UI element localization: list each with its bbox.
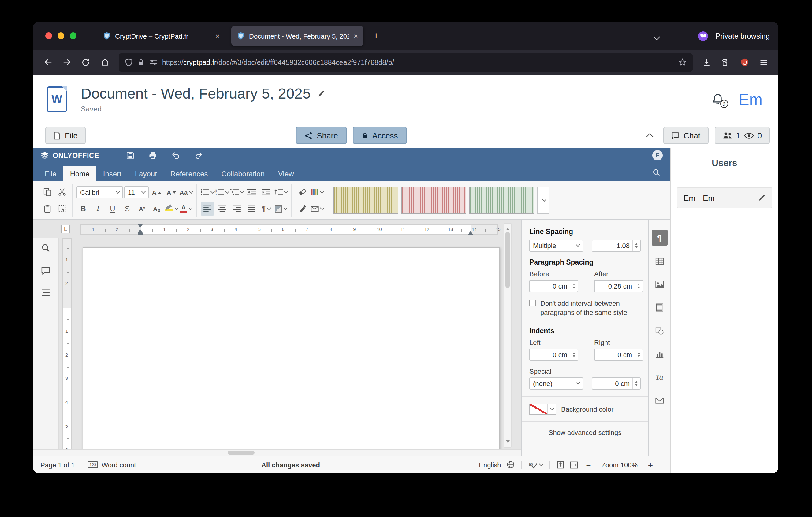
tab-stop-selector[interactable]: L: [61, 225, 70, 234]
superscript-icon[interactable]: A²: [135, 202, 149, 215]
background-color-chevron-icon[interactable]: [547, 404, 556, 414]
spinner-buttons[interactable]: [632, 378, 640, 389]
indent-left-input[interactable]: 0 cm: [529, 349, 578, 361]
cut-icon[interactable]: [55, 185, 68, 199]
decrease-font-icon[interactable]: A: [165, 185, 178, 199]
paste-icon[interactable]: [40, 202, 54, 215]
menu-tab-view[interactable]: View: [271, 166, 301, 181]
special-amount-input[interactable]: 0 cm: [592, 377, 641, 389]
downloads-icon[interactable]: [698, 54, 715, 71]
font-name-select[interactable]: Calibri: [77, 186, 123, 198]
vertical-ruler[interactable]: 21123456: [62, 238, 71, 456]
copy-icon[interactable]: [40, 185, 54, 199]
collaborator-avatar[interactable]: E: [652, 150, 663, 161]
globe-icon[interactable]: [506, 461, 514, 469]
tab-cryptdrive[interactable]: CryptDrive – CryptPad.fr ×: [97, 26, 225, 46]
align-left-icon[interactable]: [201, 202, 214, 215]
copy-style-icon[interactable]: [295, 202, 309, 215]
fit-width-icon[interactable]: [570, 461, 578, 468]
scroll-down-arrow-icon[interactable]: [506, 440, 510, 445]
chart-settings-icon[interactable]: [651, 346, 667, 362]
mail-merge-settings-icon[interactable]: [651, 393, 667, 409]
horizontal-ruler[interactable]: 21123456789101112131415: [80, 224, 498, 235]
tracking-protection-shield-icon[interactable]: [125, 58, 133, 66]
menu-tab-insert[interactable]: Insert: [96, 166, 128, 181]
zoom-in-button[interactable]: +: [645, 460, 655, 469]
edit-name-pencil-icon[interactable]: [757, 194, 765, 202]
menu-tab-layout[interactable]: Layout: [128, 166, 164, 181]
highlight-color-icon[interactable]: [165, 202, 178, 215]
interval-checkbox[interactable]: [529, 300, 536, 306]
bullet-list-icon[interactable]: [201, 185, 214, 199]
print-icon[interactable]: [149, 151, 157, 159]
permissions-sliders-icon[interactable]: [149, 58, 157, 66]
change-case-icon[interactable]: Aa: [179, 185, 193, 199]
paragraph-marks-icon[interactable]: ¶: [259, 202, 273, 215]
url-text[interactable]: https://cryptpad.fr/doc/#/3/doc/edit/ff0…: [162, 58, 674, 66]
spinner-buttons[interactable]: [635, 280, 642, 292]
decrease-indent-icon[interactable]: [245, 185, 258, 199]
list-tabs-chevron-icon[interactable]: [655, 30, 659, 42]
bookmark-star-icon[interactable]: [678, 58, 687, 66]
spellcheck-icon[interactable]: ab: [528, 461, 543, 468]
spacing-before-input[interactable]: 0 cm: [529, 280, 578, 292]
search-icon[interactable]: [41, 243, 50, 252]
line-spacing-amount-input[interactable]: 1.08: [592, 240, 641, 252]
strikethrough-icon[interactable]: S: [120, 202, 134, 215]
horizontal-scrollbar[interactable]: [33, 449, 521, 456]
chat-button[interactable]: Chat: [663, 127, 708, 144]
undo-icon[interactable]: [171, 151, 180, 159]
styles-gallery-expand-icon[interactable]: [537, 187, 550, 214]
share-button[interactable]: Share: [296, 127, 346, 144]
style-preview[interactable]: [469, 187, 534, 214]
special-select[interactable]: (none): [529, 377, 583, 389]
shape-settings-icon[interactable]: [651, 323, 667, 339]
minimize-window-button[interactable]: [58, 32, 64, 39]
spacing-after-input[interactable]: 0.28 cm: [594, 280, 643, 292]
indent-right-input[interactable]: 0 cm: [594, 349, 643, 361]
back-icon[interactable]: [39, 54, 56, 71]
maximize-window-button[interactable]: [70, 32, 77, 39]
bold-icon[interactable]: B: [77, 202, 90, 215]
font-color-icon[interactable]: A: [179, 202, 193, 215]
user-list-item[interactable]: Em Em: [677, 187, 772, 208]
paragraph-settings-icon[interactable]: ¶: [651, 230, 667, 246]
font-size-select[interactable]: 11: [124, 186, 149, 198]
tab-close-icon[interactable]: ×: [215, 32, 220, 39]
multilevel-list-icon[interactable]: [230, 185, 243, 199]
select-all-icon[interactable]: [55, 202, 68, 215]
spinner-buttons[interactable]: [570, 280, 578, 292]
spinner-buttons[interactable]: [570, 349, 578, 360]
clear-style-icon[interactable]: [295, 185, 309, 199]
header-footer-settings-icon[interactable]: [651, 300, 667, 316]
extensions-puzzle-icon[interactable]: [717, 54, 734, 71]
vertical-scrollbar-thumb[interactable]: [505, 232, 510, 288]
image-settings-icon[interactable]: [651, 276, 667, 292]
comments-icon[interactable]: [41, 267, 50, 275]
file-button[interactable]: File: [45, 127, 86, 144]
document-title[interactable]: Document - Wed, February 5, 2025: [81, 85, 311, 102]
close-window-button[interactable]: [45, 32, 52, 39]
language-label[interactable]: English: [479, 461, 501, 468]
menu-tab-references[interactable]: References: [164, 166, 215, 181]
style-preview[interactable]: [334, 187, 398, 214]
increase-indent-icon[interactable]: [259, 185, 273, 199]
color-scheme-icon[interactable]: [310, 185, 324, 199]
access-button[interactable]: Access: [353, 127, 407, 144]
menu-tab-file[interactable]: File: [38, 166, 63, 181]
style-preview[interactable]: [401, 187, 466, 214]
align-center-icon[interactable]: [215, 202, 229, 215]
page-indicator[interactable]: Page 1 of 1: [40, 461, 75, 468]
table-settings-icon[interactable]: [651, 253, 667, 269]
navigation-headings-icon[interactable]: [41, 289, 50, 297]
align-justify-icon[interactable]: [245, 202, 258, 215]
tab-close-icon[interactable]: ×: [354, 32, 358, 39]
editor-search-icon[interactable]: [652, 168, 660, 176]
shading-icon[interactable]: [274, 202, 288, 215]
left-indent-box[interactable]: [138, 233, 143, 235]
save-icon[interactable]: [126, 151, 134, 159]
line-spacing-select[interactable]: Multiple: [529, 240, 583, 252]
redo-icon[interactable]: [195, 151, 203, 159]
background-color-swatch[interactable]: [529, 404, 556, 415]
textart-settings-icon[interactable]: Ta: [651, 370, 667, 385]
